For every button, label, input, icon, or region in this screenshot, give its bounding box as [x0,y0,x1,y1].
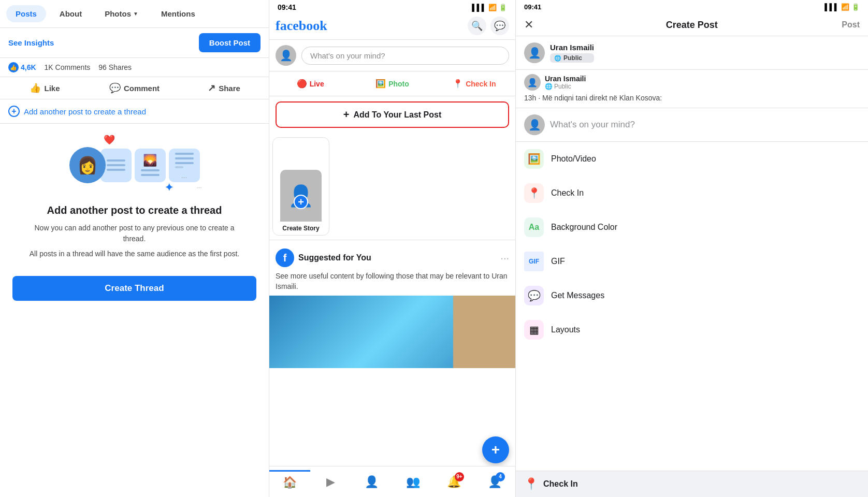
search-button[interactable]: 🔍 [468,17,486,35]
photo-button[interactable]: 🖼️ Photo [351,75,433,93]
nav-notifications[interactable]: 🔔 9+ [433,471,474,493]
cp-audience[interactable]: 🌐 Public [550,53,594,63]
create-story-card[interactable]: 👤 + Create Story [272,137,329,236]
nav-video[interactable]: ▶ [310,471,351,493]
checkin-action[interactable]: 📍 Check In [516,176,868,210]
thread-illustration: ❤️ 🌄 ··· [62,134,207,196]
post-icon-2: 🌄 [135,149,166,182]
layouts-icon: ▦ [524,320,544,340]
gif-action[interactable]: GIF GIF [516,244,868,279]
plus-icon: ✦ [165,181,173,194]
add-last-post-button[interactable]: + Add To Your Last Post [276,101,509,128]
create-post-panel: 09:41 ▌▌▌ 📶 🔋 ✕ Create Post Post 👤 Uran … [516,0,868,497]
web-panel: Posts About Photos Mentions See Insights… [0,0,269,497]
prev-post-text: 13h · Më ndiqni tani direkt në Klan Koso… [524,93,860,104]
photo-video-action[interactable]: 🖼️ Photo/Video [516,142,868,176]
nav-profile[interactable]: 👤 [351,471,392,493]
like-button[interactable]: 👍 Like [0,77,90,99]
messenger-icon: 💬 [494,20,505,32]
compose-box: 👤 What's on your mind? [269,39,515,71]
cp-compose-input[interactable]: What's on your mind? [550,120,635,130]
plus-circle-icon: + [8,106,20,117]
comment-count: 1K Comments [45,63,91,71]
live-label: Live [310,80,324,88]
share-label: Share [219,84,240,93]
signal-icon: ▌▌▌ [472,4,486,11]
checkin-banner[interactable]: 📍 Check In [516,471,868,497]
background-color-icon: Aa [524,217,544,237]
comment-button[interactable]: 💬 Comment [90,77,179,99]
cp-author-info: Uran Ismaili 🌐 Public [550,43,594,63]
thread-desc-1: Now you can add another post to any prev… [26,223,243,244]
nav-home[interactable]: 🏠 [269,470,310,493]
share-button[interactable]: ↗ Share [179,77,269,99]
checkin-banner-icon: 📍 [524,477,538,491]
create-thread-button[interactable]: Create Thread [12,276,256,301]
like-label: Like [44,84,60,93]
live-icon: 🔴 [297,79,307,89]
gif-icon: GIF [524,252,544,271]
post-type-bar: 🔴 Live 🖼️ Photo 📍 Check In [269,71,515,96]
get-messages-label: Get Messages [551,291,604,300]
add-thread-bar[interactable]: + Add another post to create a thread [0,99,269,124]
cp-signal-icon: ▌▌▌ [824,3,839,11]
search-icon: 🔍 [471,20,483,32]
previous-post: 👤 Uran Ismaili 🌐 Public 13h · Më ndiqni … [516,69,868,108]
cp-author-name: Uran Ismaili [550,43,594,52]
bottom-nav: 🏠 ▶ 👤 👥 🔔 9+ 👤 4 [269,466,515,497]
create-post-title: Create Post [542,20,842,31]
prev-post-content: Më ndiqni tani direkt në Klan Kosova: [542,94,662,102]
layouts-action[interactable]: ▦ Layouts [516,313,868,347]
photo-video-icon: 🖼️ [524,149,544,169]
post-icon-3: ··· [169,149,200,182]
cp-audience-label: Public [563,54,582,62]
cp-author: 👤 Uran Ismaili 🌐 Public [516,36,868,69]
prev-post-author: 👤 Uran Ismaili 🌐 Public [524,74,860,91]
battery-icon: 🔋 [499,4,507,11]
create-post-header: ✕ Create Post Post [516,14,868,36]
suggested-image-right [453,296,515,368]
suggested-header: f Suggested for You ··· [269,244,515,271]
fb-app-header: facebook 🔍 💬 [269,14,515,39]
heart-icon: ❤️ [104,134,115,145]
globe-icon: 🌐 [554,55,561,62]
compose-input[interactable]: What's on your mind? [301,47,509,65]
more-button[interactable]: ··· [500,252,509,264]
messenger-button[interactable]: 💬 [490,17,509,35]
see-insights-link[interactable]: See Insights [8,38,54,47]
checkin-icon: 📍 [453,79,463,89]
header-icons: 🔍 💬 [468,17,509,35]
gif-label: GIF [551,257,565,266]
thread-modal-title: Add another post to create a thread [47,204,222,216]
prev-post-name: Uran Ismaili [545,75,586,83]
cp-battery-icon: 🔋 [851,3,860,11]
add-last-post-label: Add To Your Last Post [353,110,441,120]
feed-section: f Suggested for You ··· See more useful … [269,240,515,372]
insights-bar: See Insights Boost Post [0,28,269,58]
photo-label: Photo [388,80,409,88]
tab-about[interactable]: About [50,5,91,22]
tab-posts[interactable]: Posts [6,5,46,22]
nav-groups[interactable]: 👥 [393,471,433,493]
close-button[interactable]: ✕ [524,18,533,32]
background-color-label: Background Color [551,223,617,232]
checkin-label: Check In [466,80,496,88]
story-row: 👤 + Create Story [269,133,515,240]
layouts-label: Layouts [551,325,580,334]
background-color-action[interactable]: Aa Background Color [516,210,868,244]
fb-circle-icon: f [276,248,294,267]
tab-mentions[interactable]: Mentions [152,5,205,22]
post-button[interactable]: Post [842,20,860,30]
fab-button[interactable]: + [482,436,509,463]
add-thread-label: Add another post to create a thread [24,107,146,116]
mobile-feed-panel: 09:41 ▌▌▌ 📶 🔋 facebook 🔍 💬 👤 What's on y… [269,0,516,497]
live-button[interactable]: 🔴 Live [269,75,351,93]
tab-photos[interactable]: Photos [95,5,148,22]
like-thumb-icon: 👍 [8,62,19,72]
get-messages-action[interactable]: 💬 Get Messages [516,279,868,313]
share-count: 96 Shares [98,63,132,71]
cp-status-bar: 09:41 ▌▌▌ 📶 🔋 [516,0,868,14]
checkin-button[interactable]: 📍 Check In [433,75,515,93]
nav-menu[interactable]: 👤 4 [474,471,515,493]
boost-post-button[interactable]: Boost Post [199,33,261,52]
